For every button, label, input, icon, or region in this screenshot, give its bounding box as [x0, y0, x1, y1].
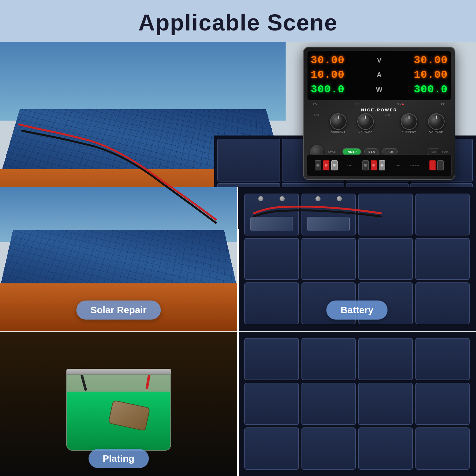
page-wrapper: Applicable Scene: [0, 0, 476, 476]
par-button[interactable]: PAR: [382, 148, 397, 155]
ser-button[interactable]: SER: [364, 148, 380, 155]
plating-scene: Plating: [0, 332, 238, 476]
current2-knob-group: CURRENT: [401, 113, 417, 134]
bat-post-p2: [315, 196, 321, 201]
battery-cell-5: [244, 238, 299, 280]
serpar-terminals: [429, 160, 444, 170]
t-black-2: [362, 160, 369, 170]
display-voltage-left: 30.00: [311, 54, 345, 66]
display-panel: 30.00 V 30.00 10.00 A 10.00 300.0: [307, 51, 451, 100]
extra-cell-5: [244, 383, 299, 425]
battery-cell-8: [415, 238, 470, 280]
t-red-1[interactable]: [323, 160, 329, 170]
display-watt-right: 300.0: [414, 83, 448, 96]
t-red-sp: [429, 160, 436, 170]
bat-label: [250, 217, 293, 231]
screw-5: [372, 164, 375, 167]
display-unit-w: W: [374, 85, 384, 94]
t-center-2: [379, 160, 385, 170]
voltage2-knob[interactable]: [428, 113, 445, 130]
terminal-area: CH1 CH2 SER/PAR: [307, 155, 452, 176]
serpar-label: SER/PAR: [410, 164, 420, 167]
voltage1-knob-group: VOLTAGE: [357, 113, 374, 134]
display-voltage-right: 30.00: [414, 54, 448, 66]
extra-cell-11: [358, 427, 413, 470]
battery-cell-7: [358, 238, 413, 280]
page-title: Applicable Scene: [0, 10, 476, 36]
screw-2: [325, 164, 328, 167]
current1-knob[interactable]: [330, 113, 347, 130]
t-black-sp: [437, 160, 444, 170]
solar-label: Solar Repair: [76, 301, 161, 320]
bat-posts-2: [307, 196, 350, 201]
cv2-label: C.V: [397, 102, 404, 106]
v-divider: [238, 229, 239, 476]
ch2-terminals: [362, 160, 385, 170]
battery-cell-4: [415, 194, 470, 235]
extra-cell-7: [358, 383, 413, 425]
header: Applicable Scene: [0, 0, 476, 42]
bat-post-n2: [337, 196, 342, 201]
solar-scene: Solar Repair: [0, 187, 238, 332]
usb-label: 5V/2A: [442, 151, 448, 153]
cv-cc-labels: CV C.C C.V CC: [310, 102, 448, 106]
display-current-left: 10.00: [311, 69, 345, 81]
main-content: 30.00 V 30.00 10.00 A 10.00 300.0: [0, 42, 476, 476]
screw-1: [316, 164, 320, 167]
ch1-group: CH1: [314, 113, 319, 116]
extra-cell-8: [415, 383, 470, 425]
display-watt-left: 300.0: [311, 83, 345, 96]
extra-cell-4: [415, 338, 470, 380]
brand-label: NICE-POWER: [304, 108, 455, 112]
power-supply-device: 30.00 V 30.00 10.00 A 10.00 300.0: [303, 47, 455, 180]
display-row-voltage: 30.00 V 30.00: [311, 53, 448, 68]
wire-clip-2: [146, 374, 151, 389]
bat-label-2: [307, 217, 350, 231]
screw-4: [364, 164, 367, 167]
bat-post-p: [258, 196, 263, 201]
screw-6: [380, 164, 384, 167]
battery-cell-6: [301, 238, 356, 280]
ch1-terminals: [315, 160, 338, 170]
cv1-label: CV: [313, 102, 317, 106]
t-red-2[interactable]: [371, 160, 377, 170]
extra-scene: [238, 332, 476, 476]
solar-panels: [0, 230, 237, 288]
usb-icon: USB: [431, 151, 436, 153]
display-current-right: 10.00: [414, 69, 448, 81]
bucket-container: [66, 369, 171, 451]
voltage2-label: VOLTAGE: [429, 131, 443, 134]
indep-button[interactable]: INDEP: [342, 148, 361, 155]
wire-clip-1: [80, 374, 87, 391]
current1-knob-group: CURRENT: [330, 113, 347, 134]
battery-label-text: Battery: [340, 305, 373, 315]
display-row-watt: 300.0 W 300.0: [311, 82, 448, 97]
voltage2-knob-group: VOLTAGE: [428, 113, 445, 134]
extra-cell-1: [244, 338, 299, 380]
battery-cell-9: [244, 282, 299, 324]
device-container: 30.00 V 30.00 10.00 A 10.00 300.0: [303, 47, 459, 183]
ch2-group: CH2: [385, 113, 390, 116]
bat-post-n: [280, 196, 285, 201]
solar-label-text: Solar Repair: [90, 305, 147, 315]
ch2-term-label: CH2: [395, 164, 400, 167]
ch2-label: CH2: [385, 113, 390, 116]
current1-label: CURRENT: [331, 131, 345, 134]
battery-scene: Battery: [238, 187, 476, 332]
cc1-label: C.C: [354, 102, 360, 106]
voltage1-label: VOLTAGE: [359, 131, 373, 134]
extra-cell-3: [358, 338, 413, 380]
t-black-1: [315, 160, 321, 170]
sky-bg: [0, 42, 286, 121]
extra-cell-10: [301, 427, 356, 470]
display-row-current: 10.00 A 10.00: [311, 68, 448, 82]
current2-knob[interactable]: [401, 113, 417, 130]
cc2-label: CC: [441, 102, 445, 106]
voltage1-knob[interactable]: [357, 113, 374, 130]
battery-cell-1: [244, 194, 299, 235]
battery-cell-2: [301, 194, 356, 235]
extra-battery-grid: [238, 332, 476, 476]
extra-cell-6: [301, 383, 356, 425]
usb-port: USB: [428, 149, 439, 155]
bat-posts: [250, 196, 293, 201]
